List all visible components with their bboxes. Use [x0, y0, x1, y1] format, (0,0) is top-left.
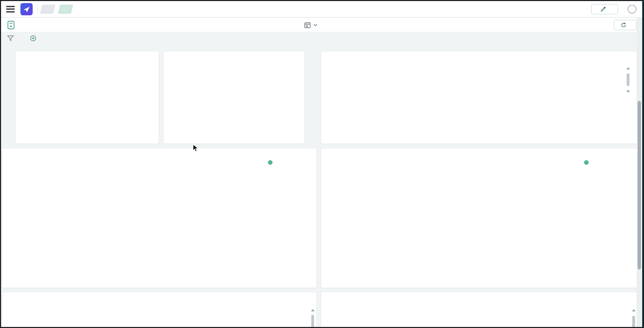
add-filter-button[interactable]: [30, 35, 39, 41]
calendar-icon: [304, 22, 311, 28]
refresh-icon: [621, 22, 626, 28]
breadcrumb-current: [59, 5, 72, 14]
page-scrollbar[interactable]: [637, 18, 642, 328]
help-icon[interactable]: [628, 5, 636, 14]
saved-query-icon[interactable]: [7, 21, 15, 29]
scroll-up-icon[interactable]: [632, 309, 636, 311]
panel-distinct-visitors: [15, 51, 159, 144]
scroll-thumb[interactable]: [311, 315, 314, 328]
plus-circle-icon: [30, 35, 36, 41]
app-header: [0, 1, 644, 17]
panel-slowest-urls: [2, 292, 317, 328]
chart-legend[interactable]: [268, 160, 275, 165]
panel-events-by-severity: [2, 148, 317, 288]
scroll-down-icon[interactable]: [626, 90, 630, 93]
legend-dot-icon: [268, 160, 273, 165]
page-scroll-thumb[interactable]: [638, 101, 641, 270]
panel-redis-buckets: [163, 51, 305, 144]
window-frame: [0, 0, 1, 328]
window-frame: [0, 327, 644, 328]
legend-dot-icon: [584, 160, 589, 165]
panel-scrollbar[interactable]: [626, 67, 630, 93]
panel-job-status: [321, 148, 637, 288]
scroll-up-icon[interactable]: [626, 67, 630, 69]
date-picker[interactable]: [304, 22, 324, 28]
events-severity-chart: [2, 148, 316, 288]
breadcrumb-dashboards[interactable]: [41, 5, 54, 14]
filter-funnel-icon[interactable]: [7, 35, 14, 41]
job-status-chart: [321, 148, 637, 288]
app-logo-icon[interactable]: [20, 3, 33, 15]
window-frame: [0, 0, 644, 1]
mouse-cursor: [193, 144, 199, 152]
pencil-icon: [600, 6, 606, 12]
window-frame: [642, 0, 644, 328]
panel-scrollbar[interactable]: [632, 309, 636, 328]
divider: [37, 4, 38, 14]
paper-plane-icon: [23, 5, 30, 13]
panel-top-requested-urls: [321, 292, 637, 328]
panel-response-codes: [321, 51, 637, 144]
scroll-thumb[interactable]: [627, 73, 629, 86]
refresh-button[interactable]: [614, 20, 636, 30]
scroll-thumb[interactable]: [632, 316, 635, 328]
menu-icon[interactable]: [6, 6, 15, 13]
edit-button[interactable]: [591, 4, 618, 14]
header-actions: [547, 4, 644, 14]
scroll-up-icon[interactable]: [311, 309, 315, 311]
panel-scrollbar[interactable]: [311, 309, 315, 328]
gauge-chart: [164, 59, 305, 136]
chart-legend[interactable]: [584, 160, 591, 165]
chevron-down-icon: [313, 24, 317, 26]
filter-bar: [0, 32, 644, 44]
query-bar: [0, 18, 644, 32]
